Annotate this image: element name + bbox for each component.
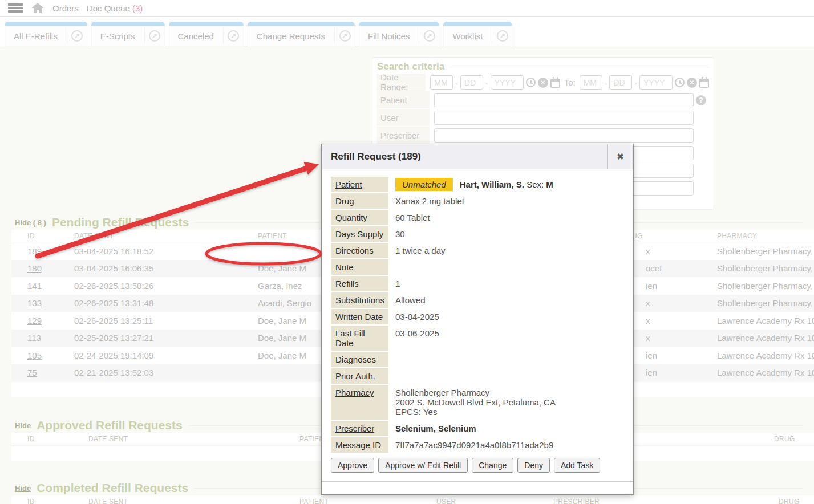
field-value: 03-04-2025 (388, 309, 624, 324)
field-label: Substitutions (331, 292, 388, 308)
close-icon: ✖ (617, 152, 624, 162)
field-label: Diagnoses (331, 352, 388, 367)
field-value: 1 twice a day (388, 243, 624, 258)
field-value: 1 (388, 276, 624, 291)
field-label: Prescriber (331, 421, 388, 436)
field-row: Days Supply 30 (331, 226, 624, 242)
field-row: Directions 1 twice a day (331, 243, 624, 258)
field-row: Refills 1 (331, 276, 624, 291)
dialog-body: Patient Unmatched Hart, William, S. Sex:… (322, 169, 633, 473)
action-button[interactable]: Add Task (554, 458, 600, 473)
field-value: 60 Tablet (388, 210, 624, 225)
field-label: Directions (331, 243, 388, 258)
field-label: Last Fill Date (331, 326, 388, 351)
field-row: Written Date 03-04-2025 (331, 309, 624, 324)
dialog-actions: Approve Approve w/ Edit Refill Change De… (331, 458, 624, 473)
field-value: Allowed (388, 292, 624, 308)
patient-field-label[interactable]: Patient (331, 177, 388, 192)
refill-request-dialog: Refill Request (189) ✖ Patient Unmatched… (321, 144, 634, 495)
field-row: Drug Xanax 2 mg tablet (331, 193, 624, 209)
field-label: Note (331, 259, 388, 275)
field-value: Shollenberger Pharmacy 2002 S. McDowell … (388, 385, 624, 420)
field-row: Note (331, 259, 624, 275)
field-value (388, 259, 624, 275)
field-value: 03-06-2025 (388, 326, 624, 351)
patient-name-text: Hart, William, S. (460, 180, 524, 189)
unmatched-badge: Unmatched (395, 178, 453, 191)
field-label: Days Supply (331, 226, 388, 242)
field-label: Pharmacy (331, 385, 388, 420)
sex-value: M (546, 180, 553, 189)
close-button[interactable]: ✖ (607, 144, 633, 169)
field-label: Refills (331, 276, 388, 291)
field-row: Last Fill Date 03-06-2025 (331, 326, 624, 351)
field-label: Drug (331, 193, 388, 209)
field-row: Prescriber Selenium, Selenium (331, 421, 624, 436)
field-label: Prior Auth. (331, 368, 388, 384)
field-row: Prior Auth. (331, 368, 624, 384)
dialog-footer-divider (322, 481, 633, 482)
field-value: Xanax 2 mg tablet (388, 193, 624, 209)
dialog-title: Refill Request (189) (322, 151, 607, 162)
field-label: Written Date (331, 309, 388, 324)
patient-field-row: Patient Unmatched Hart, William, S. Sex:… (331, 177, 624, 192)
field-value: Selenium, Selenium (388, 421, 624, 436)
dialog-header: Refill Request (189) ✖ (322, 144, 633, 169)
field-value: 7ff7a7a7ac9947d0921a4a0f8b711ada2b9 (388, 437, 624, 453)
field-row: Quantity 60 Tablet (331, 210, 624, 225)
patient-name: Hart, William, S. Sex: M (460, 180, 553, 189)
field-value (388, 368, 624, 384)
action-button[interactable]: Approve w/ Edit Refill (378, 458, 468, 473)
field-value (388, 352, 624, 367)
field-row: Substitutions Allowed (331, 292, 624, 308)
action-button[interactable]: Deny (517, 458, 550, 473)
field-label: Message ID (331, 437, 388, 453)
sex-label: Sex: (527, 180, 544, 189)
dialog-fields: Drug Xanax 2 mg tablet Quantity 60 Table… (331, 193, 624, 453)
action-button[interactable]: Approve (331, 458, 374, 473)
app-window: Orders Doc Queue (3) All E-Refills ↗ E-S… (0, 0, 814, 504)
field-row: Pharmacy Shollenberger Pharmacy 2002 S. … (331, 385, 624, 420)
field-label: Quantity (331, 210, 388, 225)
field-row: Diagnoses (331, 352, 624, 367)
field-value: 30 (388, 226, 624, 242)
action-button[interactable]: Change (472, 458, 513, 473)
field-row: Message ID 7ff7a7a7ac9947d0921a4a0f8b711… (331, 437, 624, 453)
